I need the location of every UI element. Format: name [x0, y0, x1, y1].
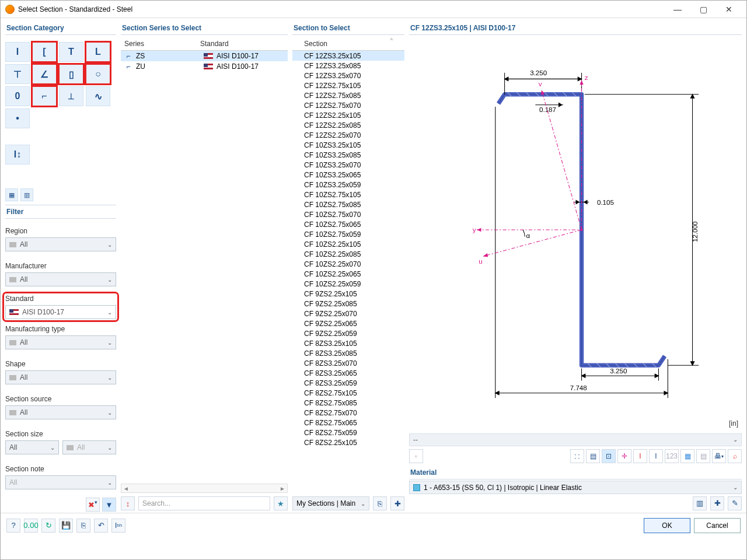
- edit-material-button[interactable]: ✎: [728, 496, 742, 510]
- material-select[interactable]: 1 - A653-15 (SS 50, Cl 1) | Isotropic | …: [409, 481, 742, 494]
- section-row[interactable]: CF 10ZS2.75x105: [292, 190, 404, 200]
- section-row[interactable]: CF 10ZS3.25x105: [292, 140, 404, 150]
- filter-button[interactable]: ▼: [102, 498, 116, 512]
- series-action-icon[interactable]: ↕: [121, 496, 135, 510]
- section-row[interactable]: CF 12ZS3.25x070: [292, 71, 404, 80]
- search-input[interactable]: Search...: [138, 496, 270, 510]
- undo-button[interactable]: ↶: [94, 519, 108, 533]
- cat-combined-icon[interactable]: I↕: [5, 145, 30, 164]
- section-row[interactable]: CF 10ZS3.25x070: [292, 160, 404, 170]
- refresh-button[interactable]: ↻: [41, 519, 55, 533]
- tool-grid2-icon[interactable]: ▦: [680, 449, 694, 463]
- section-row[interactable]: CF 12ZS2.75x085: [292, 90, 404, 100]
- cat-rail-icon[interactable]: ⟂: [59, 86, 83, 106]
- section-row[interactable]: CF 10ZS3.25x059: [292, 180, 404, 190]
- section-row[interactable]: CF 8ZS2.75x070: [292, 408, 404, 418]
- tool-axes-icon[interactable]: ✛: [617, 449, 631, 463]
- section-row[interactable]: CF 8ZS3.25x105: [292, 338, 404, 348]
- new-material-button[interactable]: ✚: [710, 496, 724, 510]
- view-mode2-icon[interactable]: ▥: [20, 188, 33, 201]
- shape-select[interactable]: All⌄: [5, 370, 116, 384]
- section-row[interactable]: CF 12ZS3.25x105: [292, 51, 404, 61]
- my-sections-select[interactable]: My Sections | Main⌄: [292, 496, 369, 510]
- section-props-button[interactable]: Ibh: [111, 519, 125, 533]
- section-row[interactable]: CF 12ZS2.75x070: [292, 100, 404, 110]
- section-row[interactable]: CF 8ZS2.75x085: [292, 398, 404, 408]
- section-row[interactable]: CF 10ZS3.25x065: [292, 170, 404, 180]
- section-row[interactable]: CF 10ZS2.25x059: [292, 279, 404, 289]
- section-row[interactable]: CF 10ZS2.25x105: [292, 239, 404, 249]
- cat-tee-icon[interactable]: T: [59, 42, 83, 62]
- series-row[interactable]: ⌐ZUAISI D100-17: [121, 61, 288, 72]
- section-row[interactable]: CF 10ZS3.25x085: [292, 150, 404, 160]
- section-row[interactable]: CF 12ZS2.25x105: [292, 110, 404, 120]
- save-button[interactable]: 💾: [59, 519, 73, 533]
- size-select-b[interactable]: All⌄: [62, 440, 116, 454]
- section-row[interactable]: CF 9ZS2.25x085: [292, 299, 404, 309]
- mysec-btn1-icon[interactable]: ⎘: [373, 496, 387, 510]
- note-select[interactable]: All⌄: [5, 475, 116, 489]
- section-row[interactable]: CF 12ZS2.75x105: [292, 80, 404, 90]
- section-row[interactable]: CF 9ZS2.25x059: [292, 328, 404, 338]
- copy-button[interactable]: ⎘: [76, 519, 90, 533]
- cat-round-tube-icon[interactable]: ○: [86, 64, 110, 84]
- cat-dot-icon[interactable]: •: [5, 108, 30, 128]
- section-row[interactable]: CF 8ZS3.25x070: [292, 358, 404, 368]
- cat-i-beam-icon[interactable]: I: [5, 42, 30, 62]
- tool-print-icon[interactable]: 🖶▾: [712, 449, 726, 463]
- section-row[interactable]: CF 9ZS2.25x105: [292, 289, 404, 299]
- series-col-header[interactable]: Series: [121, 37, 197, 50]
- section-row[interactable]: CF 8ZS2.75x059: [292, 428, 404, 438]
- series-row[interactable]: ⌐ZSAISI D100-17: [121, 51, 288, 61]
- section-row[interactable]: CF 10ZS2.75x085: [292, 200, 404, 209]
- tool-dims-icon[interactable]: ⊡: [602, 449, 616, 463]
- status-row[interactable]: --⌄: [409, 433, 742, 447]
- minimize-button[interactable]: —: [665, 1, 690, 18]
- cat-corrugated-icon[interactable]: ∿: [86, 86, 110, 106]
- tool-list-icon[interactable]: ▤: [696, 449, 710, 463]
- section-row[interactable]: CF 10ZS2.75x059: [292, 229, 404, 239]
- cat-tee-down-icon[interactable]: ⊤: [5, 64, 30, 84]
- section-row[interactable]: CF 8ZS3.25x059: [292, 378, 404, 388]
- section-col-header[interactable]: Section: [301, 37, 331, 50]
- view-mode1-icon[interactable]: ▦: [5, 188, 18, 201]
- maximize-button[interactable]: ▢: [690, 1, 716, 18]
- cat-z-icon[interactable]: ⌐: [32, 86, 57, 106]
- section-row[interactable]: CF 12ZS2.25x085: [292, 120, 404, 130]
- cat-channel-icon[interactable]: [: [32, 42, 57, 62]
- mysec-btn2-icon[interactable]: ✚: [390, 496, 404, 510]
- section-row[interactable]: CF 8ZS2.75x105: [292, 388, 404, 398]
- section-row[interactable]: CF 8ZS2.75x065: [292, 418, 404, 428]
- section-row[interactable]: CF 12ZS3.25x085: [292, 61, 404, 71]
- size-select-a[interactable]: All⌄: [5, 440, 59, 454]
- tool-page-icon[interactable]: ▤: [586, 449, 600, 463]
- manufacturer-select[interactable]: All⌄: [5, 272, 116, 286]
- close-button[interactable]: ✕: [716, 1, 742, 18]
- section-row[interactable]: CF 9ZS2.25x065: [292, 318, 404, 328]
- section-row[interactable]: CF 10ZS2.25x070: [292, 259, 404, 269]
- cat-oval-icon[interactable]: 0: [5, 86, 30, 106]
- section-row[interactable]: CF 12ZS2.25x070: [292, 130, 404, 140]
- series-hscroll[interactable]: ◄►: [121, 484, 288, 493]
- region-select[interactable]: All⌄: [5, 237, 116, 251]
- source-select[interactable]: All⌄: [5, 405, 116, 419]
- section-row[interactable]: CF 10ZS2.25x085: [292, 249, 404, 259]
- standard-select[interactable]: AISI D100-17⌄: [5, 305, 116, 319]
- units-button[interactable]: 0.00: [24, 519, 38, 533]
- section-row[interactable]: CF 8ZS2.25x105: [292, 438, 404, 447]
- tool-outline-icon[interactable]: I: [649, 449, 663, 463]
- tool-section-icon[interactable]: I: [633, 449, 647, 463]
- section-row[interactable]: CF 10ZS2.25x065: [292, 269, 404, 279]
- clear-filter-button[interactable]: ✖▾: [86, 498, 100, 512]
- tool-grid-icon[interactable]: ⸬: [570, 449, 584, 463]
- cat-angle2-icon[interactable]: ∠: [32, 64, 57, 84]
- standard-col-header[interactable]: Standard: [197, 37, 232, 50]
- tool-find-icon[interactable]: ⌕: [728, 449, 742, 463]
- help-button[interactable]: ?: [6, 519, 20, 533]
- cancel-button[interactable]: Cancel: [694, 518, 741, 533]
- mfg-type-select[interactable]: All⌄: [5, 335, 116, 349]
- ok-button[interactable]: OK: [644, 518, 690, 533]
- section-row[interactable]: CF 10ZS2.75x070: [292, 209, 404, 219]
- section-row[interactable]: CF 8ZS3.25x085: [292, 348, 404, 358]
- cat-rect-tube-icon[interactable]: ▯: [59, 64, 83, 84]
